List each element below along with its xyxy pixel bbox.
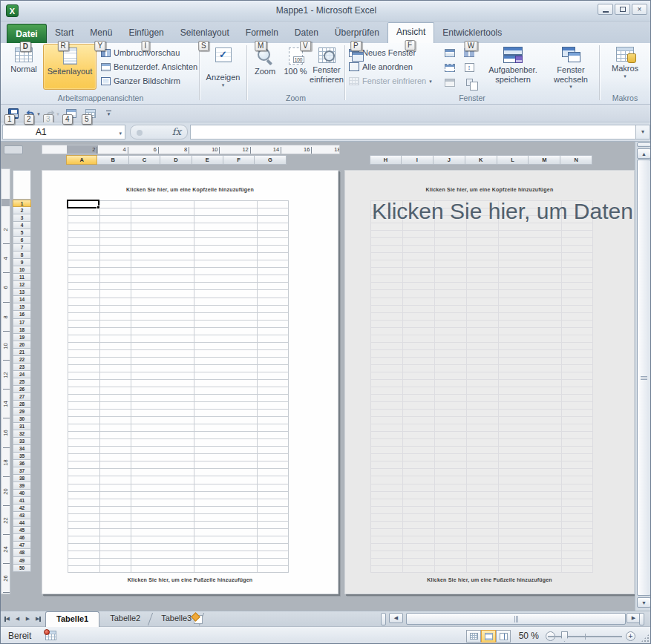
row-header[interactable]: 43	[13, 512, 31, 519]
row-header[interactable]: 25	[13, 378, 31, 386]
row-header[interactable]: 10	[13, 266, 31, 274]
insert-worksheet-button[interactable]	[189, 611, 208, 627]
row-header[interactable]: 30	[13, 415, 31, 423]
zoom-in-button[interactable]: +	[626, 631, 635, 641]
name-box[interactable]: A1 ▾	[2, 125, 125, 139]
zoom-level[interactable]: 50 %	[512, 631, 539, 641]
show-dropdown-button[interactable]: ✓ Anzeigen ▾	[203, 45, 243, 102]
title-bar[interactable]: X Mappe1 - Microsoft Excel ×	[1, 1, 651, 22]
macro-record-icon[interactable]	[45, 631, 56, 640]
page-layout-view-shortcut[interactable]	[481, 630, 496, 643]
scroll-up-button[interactable]: ▲	[637, 148, 651, 159]
row-header[interactable]: 1	[13, 200, 31, 207]
minimize-button[interactable]	[598, 4, 613, 15]
row-header[interactable]: 44	[13, 519, 31, 527]
row-header[interactable]: 47	[13, 542, 31, 549]
row-header[interactable]: 5	[13, 229, 31, 237]
hide-window-button[interactable]	[442, 61, 457, 74]
last-sheet-button[interactable]: ▶	[33, 613, 43, 625]
row-header[interactable]: 6	[13, 237, 31, 244]
column-header[interactable]: F	[223, 155, 255, 165]
header-placeholder[interactable]: Klicken Sie hier, um eine Kopfzeile hinz…	[345, 187, 634, 192]
column-header[interactable]: J	[434, 155, 465, 165]
row-header[interactable]: 21	[13, 349, 31, 356]
row-header[interactable]: 33	[13, 438, 31, 445]
qat-overflow-button[interactable]: ▾	[106, 111, 111, 116]
scroll-down-button[interactable]: ▼	[637, 597, 651, 608]
ribbon-tab[interactable]: Formeln M	[238, 24, 287, 43]
row-header[interactable]: 36	[13, 460, 31, 467]
custom-views-button[interactable]: Benutzerdef. Ansichten	[99, 62, 199, 72]
freeze-window-button[interactable]: Fenster einfrieren	[310, 45, 343, 89]
row-header[interactable]: 22	[13, 356, 31, 364]
ribbon-tab[interactable]: Start R	[47, 24, 82, 43]
switch-windows-button[interactable]: Fenster wechseln ▾	[546, 44, 595, 90]
first-sheet-button[interactable]: ◀	[2, 613, 12, 625]
split-button[interactable]	[442, 46, 457, 59]
ribbon-tab[interactable]: Daten V	[287, 24, 327, 43]
row-header[interactable]: 20	[13, 341, 31, 349]
row-header[interactable]: 42	[13, 505, 31, 512]
expand-formula-bar-button[interactable]: ▾	[635, 125, 650, 139]
column-header[interactable]: C	[129, 155, 160, 165]
page-break-preview-button[interactable]: Umbruchvorschau	[99, 47, 181, 58]
header-placeholder[interactable]: Klicken Sie hier, um eine Kopfzeile hinz…	[42, 187, 338, 192]
add-data-placeholder[interactable]: Klicken Sie hier, um Daten h	[372, 199, 635, 224]
row-header[interactable]: 15	[13, 303, 31, 311]
ribbon-tab[interactable]: Einfügen I	[120, 24, 171, 43]
column-header[interactable]: G	[255, 155, 286, 165]
column-header[interactable]: I	[402, 155, 434, 165]
row-header[interactable]: 26	[13, 386, 31, 393]
row-header[interactable]: 13	[13, 289, 31, 296]
reset-window-position-button[interactable]	[462, 76, 477, 89]
row-header[interactable]: 2	[13, 207, 31, 214]
footer-placeholder[interactable]: Klicken Sie hier, um eine Fußzeile hinzu…	[345, 577, 634, 582]
sheet-tab[interactable]: Tabelle2	[99, 611, 151, 627]
row-header[interactable]: 50	[13, 565, 31, 572]
column-header[interactable]: L	[497, 155, 529, 165]
row-header[interactable]: 39	[13, 482, 31, 490]
redo-button[interactable]: ▾ 3	[42, 106, 62, 121]
column-header[interactable]: E	[192, 155, 223, 165]
row-header[interactable]: 23	[13, 364, 31, 371]
vertical-scroll-thumb[interactable]	[637, 160, 651, 596]
vertical-scrollbar[interactable]: ▲ ▼	[635, 142, 651, 611]
page-layout-view-button[interactable]: Seitenlayout	[43, 44, 96, 90]
row-header[interactable]: 48	[13, 549, 31, 556]
table-tool-button[interactable]: 5	[81, 106, 100, 121]
ribbon-tab[interactable]: Entwicklertools W	[434, 24, 510, 43]
zoom-slider-track[interactable]	[548, 636, 622, 637]
normal-view-shortcut[interactable]	[466, 630, 481, 643]
zoom-100-button[interactable]: 100 100 %	[282, 45, 309, 89]
unhide-window-button[interactable]	[442, 76, 457, 89]
column-header[interactable]: K	[465, 155, 497, 165]
previous-sheet-button[interactable]: ◀	[13, 613, 22, 625]
tab-split-handle[interactable]	[381, 613, 386, 625]
scrollbar-split-handle[interactable]	[639, 613, 644, 625]
formula-input[interactable]	[190, 125, 635, 139]
column-header[interactable]: N	[560, 155, 592, 165]
column-header[interactable]: A	[66, 155, 97, 165]
row-header[interactable]: 7	[13, 244, 31, 252]
zoom-button[interactable]: Zoom	[249, 45, 281, 89]
insert-function-area[interactable]: fx	[130, 125, 188, 139]
column-header[interactable]: H	[370, 155, 402, 165]
row-header[interactable]: 18	[13, 326, 31, 334]
page-break-view-shortcut[interactable]	[496, 630, 511, 643]
save-workspace-button[interactable]: Aufgabenber. speichern	[482, 44, 543, 90]
row-header[interactable]: 49	[13, 557, 31, 565]
undo-button[interactable]: ▾ 2	[23, 106, 42, 121]
row-header[interactable]: 3	[13, 214, 31, 222]
ribbon-tab[interactable]: Menü Y	[82, 24, 120, 43]
row-header[interactable]: 37	[13, 467, 31, 475]
row-header[interactable]: 27	[13, 393, 31, 401]
row-header[interactable]: 35	[13, 453, 31, 460]
sheet-grid[interactable]	[68, 200, 289, 573]
ribbon-tab[interactable]: Ansicht F	[387, 22, 434, 43]
synchronous-scrolling-button[interactable]: ↕	[462, 61, 477, 74]
horizontal-scroll-thumb[interactable]	[406, 613, 626, 625]
select-all-corner[interactable]	[4, 145, 23, 154]
row-header[interactable]: 34	[13, 445, 31, 453]
arrange-all-button[interactable]: Alle anordnen	[347, 62, 414, 72]
column-header[interactable]: B	[97, 155, 128, 165]
